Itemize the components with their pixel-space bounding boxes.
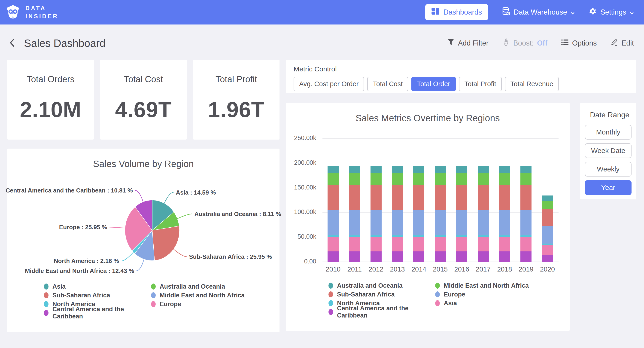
metric-option-total-order[interactable]: Total Order bbox=[412, 77, 456, 91]
bar-segment-2020-sub-saharan-africa[interactable] bbox=[542, 209, 553, 226]
bar-segment-2012-middle-east-and-north-africa[interactable] bbox=[370, 173, 382, 185]
bar-segment-2010-middle-east-and-north-africa[interactable] bbox=[328, 173, 339, 185]
date-range-option-monthly[interactable]: Monthly bbox=[585, 125, 632, 140]
pie-legend-item-europe[interactable]: Europe bbox=[151, 300, 244, 308]
bar-segment-2019-asia[interactable] bbox=[520, 237, 532, 251]
bar-segment-2019-central-america-and-the-caribbean[interactable] bbox=[520, 251, 532, 262]
bar-segment-2014-australia-and-oceania[interactable] bbox=[413, 166, 424, 173]
bar-segment-2017-asia[interactable] bbox=[478, 237, 489, 251]
nav-item-settings[interactable]: Settings bbox=[588, 7, 634, 17]
bar-segment-2010-europe[interactable] bbox=[328, 210, 339, 235]
bar-segment-2010-north-america[interactable] bbox=[328, 235, 339, 237]
bar-segment-2016-middle-east-and-north-africa[interactable] bbox=[456, 173, 467, 185]
bar-segment-2018-europe[interactable] bbox=[499, 210, 510, 235]
bar-segment-2012-sub-saharan-africa[interactable] bbox=[370, 185, 382, 210]
nav-item-dashboards[interactable]: Dashboards bbox=[425, 4, 488, 20]
bar-segment-2013-central-america-and-the-caribbean[interactable] bbox=[392, 251, 403, 262]
bar-segment-2016-north-america[interactable] bbox=[456, 235, 467, 237]
bar-legend-item-australia-and-oceania[interactable]: Australia and Oceania bbox=[328, 281, 435, 290]
bar-segment-2013-sub-saharan-africa[interactable] bbox=[392, 185, 403, 210]
bar-segment-2014-middle-east-and-north-africa[interactable] bbox=[413, 173, 424, 185]
bar-segment-2011-europe[interactable] bbox=[349, 210, 360, 235]
bar-legend-item-europe[interactable]: Europe bbox=[435, 290, 529, 299]
bar-segment-2011-australia-and-oceania[interactable] bbox=[349, 166, 360, 173]
nav-item-data-warehouse[interactable]: Data Warehouse bbox=[502, 7, 575, 18]
bar-segment-2012-asia[interactable] bbox=[370, 237, 382, 251]
bar-segment-2017-sub-saharan-africa[interactable] bbox=[478, 185, 489, 210]
bar-segment-2016-australia-and-oceania[interactable] bbox=[456, 166, 467, 173]
bar-segment-2017-central-america-and-the-caribbean[interactable] bbox=[478, 251, 489, 262]
bar-segment-2013-middle-east-and-north-africa[interactable] bbox=[392, 173, 403, 185]
pie-slice-sub-saharan-africa[interactable] bbox=[152, 226, 180, 260]
bar-segment-2014-north-america[interactable] bbox=[413, 235, 424, 237]
bar-segment-2015-asia[interactable] bbox=[435, 237, 446, 251]
boost-toggle[interactable]: Boost: Off bbox=[502, 38, 548, 48]
bar-segment-2020-europe[interactable] bbox=[542, 226, 553, 244]
bar-segment-2019-sub-saharan-africa[interactable] bbox=[520, 185, 532, 210]
back-button[interactable] bbox=[9, 38, 16, 48]
bar-segment-2019-australia-and-oceania[interactable] bbox=[520, 166, 532, 173]
bar-segment-2010-asia[interactable] bbox=[328, 237, 339, 251]
bar-segment-2019-europe[interactable] bbox=[520, 210, 532, 235]
bar-segment-2018-sub-saharan-africa[interactable] bbox=[499, 185, 510, 210]
bar-segment-2018-north-america[interactable] bbox=[499, 235, 510, 237]
metric-option-total-cost[interactable]: Total Cost bbox=[367, 77, 408, 91]
bar-segment-2016-asia[interactable] bbox=[456, 237, 467, 251]
bar-segment-2015-europe[interactable] bbox=[435, 210, 446, 235]
bar-segment-2011-sub-saharan-africa[interactable] bbox=[349, 185, 360, 210]
bar-segment-2020-north-america[interactable] bbox=[542, 244, 553, 245]
bar-segment-2016-europe[interactable] bbox=[456, 210, 467, 235]
bar-segment-2014-sub-saharan-africa[interactable] bbox=[413, 185, 424, 210]
bar-legend-item-central-america-and-the-caribbean[interactable]: Central America and the Caribbean bbox=[328, 307, 435, 316]
pie-legend-item-australia-and-oceania[interactable]: Australia and Oceania bbox=[151, 282, 244, 291]
pie-legend-item-central-america-and-the-caribbean[interactable]: Central America and the Caribbean bbox=[44, 308, 151, 317]
bar-segment-2012-australia-and-oceania[interactable] bbox=[370, 166, 382, 173]
metric-option-total-revenue[interactable]: Total Revenue bbox=[505, 77, 559, 91]
pie-legend-item-middle-east-and-north-africa[interactable]: Middle East and North Africa bbox=[151, 291, 244, 300]
bar-segment-2012-europe[interactable] bbox=[370, 210, 382, 235]
bar-segment-2010-sub-saharan-africa[interactable] bbox=[328, 185, 339, 210]
bar-segment-2017-australia-and-oceania[interactable] bbox=[478, 166, 489, 173]
date-range-option-year[interactable]: Year bbox=[585, 180, 632, 195]
bar-segment-2011-middle-east-and-north-africa[interactable] bbox=[349, 173, 360, 185]
bar-segment-2018-middle-east-and-north-africa[interactable] bbox=[499, 173, 510, 185]
bar-legend-item-asia[interactable]: Asia bbox=[435, 299, 529, 307]
bar-segment-2014-asia[interactable] bbox=[413, 237, 424, 251]
bar-segment-2017-europe[interactable] bbox=[478, 210, 489, 235]
bar-segment-2010-central-america-and-the-caribbean[interactable] bbox=[328, 251, 339, 262]
bar-segment-2011-central-america-and-the-caribbean[interactable] bbox=[349, 251, 360, 262]
date-range-option-weekly[interactable]: Weekly bbox=[585, 162, 632, 177]
bar-segment-2015-central-america-and-the-caribbean[interactable] bbox=[435, 251, 446, 262]
bar-segment-2018-central-america-and-the-caribbean[interactable] bbox=[499, 251, 510, 262]
bar-segment-2014-central-america-and-the-caribbean[interactable] bbox=[413, 251, 424, 262]
bar-segment-2014-europe[interactable] bbox=[413, 210, 424, 235]
pie-chart[interactable]: Asia : 14.59 %Australia and Oceania : 8.… bbox=[8, 171, 280, 286]
bar-segment-2013-asia[interactable] bbox=[392, 237, 403, 251]
bar-segment-2016-sub-saharan-africa[interactable] bbox=[456, 185, 467, 210]
pie-legend-item-asia[interactable]: Asia bbox=[44, 282, 151, 291]
edit-button[interactable]: Edit bbox=[611, 39, 634, 48]
bar-segment-2017-middle-east-and-north-africa[interactable] bbox=[478, 173, 489, 185]
bar-segment-2015-sub-saharan-africa[interactable] bbox=[435, 185, 446, 210]
bar-segment-2020-asia[interactable] bbox=[542, 245, 553, 255]
bar-segment-2019-north-america[interactable] bbox=[520, 235, 532, 237]
bar-segment-2012-north-america[interactable] bbox=[370, 235, 382, 237]
options-button[interactable]: Options bbox=[561, 39, 597, 48]
pie-legend-item-sub-saharan-africa[interactable]: Sub-Saharan Africa bbox=[44, 291, 151, 300]
bar-segment-2013-australia-and-oceania[interactable] bbox=[392, 166, 403, 173]
bar-segment-2018-asia[interactable] bbox=[499, 237, 510, 251]
bar-legend-item-sub-saharan-africa[interactable]: Sub-Saharan Africa bbox=[328, 290, 435, 299]
metric-option-avg-cost-per-order[interactable]: Avg. Cost per Order bbox=[294, 77, 364, 91]
bar-segment-2016-central-america-and-the-caribbean[interactable] bbox=[456, 251, 467, 262]
bar-segment-2020-middle-east-and-north-africa[interactable] bbox=[542, 201, 553, 209]
date-range-option-week-date[interactable]: Week Date bbox=[585, 143, 632, 158]
bar-segment-2011-asia[interactable] bbox=[349, 237, 360, 251]
bar-segment-2020-australia-and-oceania[interactable] bbox=[542, 195, 553, 201]
bar-segment-2010-australia-and-oceania[interactable] bbox=[328, 166, 339, 173]
bar-segment-2020-central-america-and-the-caribbean[interactable] bbox=[542, 255, 553, 262]
bar-segment-2017-north-america[interactable] bbox=[478, 235, 489, 237]
bar-legend-item-middle-east-and-north-africa[interactable]: Middle East and North Africa bbox=[435, 281, 529, 290]
bar-segment-2012-central-america-and-the-caribbean[interactable] bbox=[370, 251, 382, 262]
bar-segment-2013-north-america[interactable] bbox=[392, 235, 403, 237]
bar-segment-2015-australia-and-oceania[interactable] bbox=[435, 166, 446, 173]
